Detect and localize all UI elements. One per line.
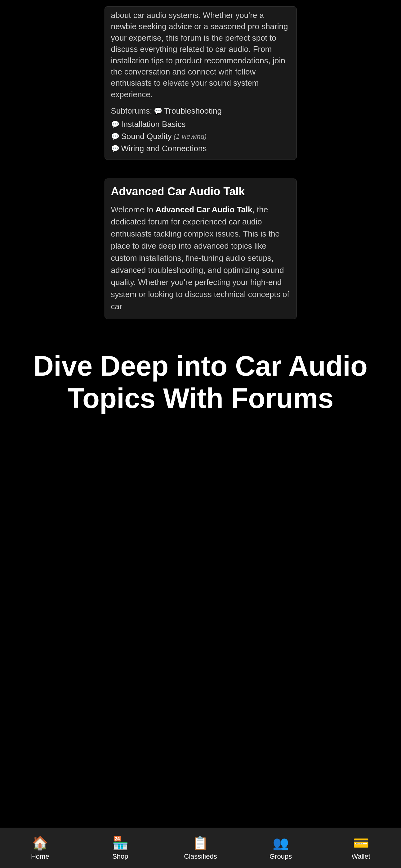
subforum-link-installation[interactable]: Installation Basics	[121, 120, 186, 129]
subforum-icon-0: 💬	[154, 107, 162, 115]
nav-label-wallet: Wallet	[352, 852, 370, 861]
subforums-section: Subforums: 💬 Troubleshooting 💬 Installat…	[111, 106, 290, 153]
subforums-first-row: Subforums: 💬 Troubleshooting	[111, 106, 290, 116]
nav-label-groups: Groups	[269, 852, 292, 861]
shop-icon: 🏪	[112, 835, 128, 850]
subforums-label: Subforums:	[111, 106, 152, 116]
bottom-forum-card: Advanced Car Audio Talk Welcome to Advan…	[104, 179, 297, 319]
subforum-row-2: 💬 Sound Quality (1 viewing)	[111, 132, 290, 141]
bottom-forum-description: Welcome to Advanced Car Audio Talk, the …	[111, 204, 290, 313]
nav-item-classifieds[interactable]: 📋 Classifieds	[160, 835, 241, 861]
wallet-icon: 💳	[353, 835, 369, 850]
bottom-nav-bar: 🏠 Home 🏪 Shop 📋 Classifieds 👥 Groups 💳 W…	[0, 828, 401, 868]
subforum-row-3: 💬 Wiring and Connections	[111, 144, 290, 153]
subforum-link-sound-quality[interactable]: Sound Quality	[121, 132, 172, 141]
nav-label-shop: Shop	[112, 852, 128, 861]
subforum-icon-3: 💬	[111, 145, 120, 153]
desc-bold: Advanced Car Audio Talk	[156, 205, 253, 214]
nav-item-groups[interactable]: 👥 Groups	[241, 835, 321, 861]
nav-item-home[interactable]: 🏠 Home	[0, 835, 80, 861]
subforum-viewing-badge: (1 viewing)	[174, 132, 206, 141]
subforum-icon-1: 💬	[111, 120, 120, 128]
bottom-forum-title: Advanced Car Audio Talk	[111, 185, 290, 198]
desc-start: Welcome to	[111, 205, 156, 214]
subforum-link-troubleshooting[interactable]: Troubleshooting	[164, 106, 222, 116]
nav-label-classifieds: Classifieds	[184, 852, 217, 861]
top-forum-card: about car audio systems. Whether you're …	[104, 6, 297, 160]
nav-item-shop[interactable]: 🏪 Shop	[80, 835, 161, 861]
subforum-link-wiring[interactable]: Wiring and Connections	[121, 144, 207, 153]
subforum-icon-2: 💬	[111, 132, 120, 141]
nav-item-wallet[interactable]: 💳 Wallet	[321, 835, 401, 861]
home-icon: 🏠	[32, 835, 48, 850]
headline-section: Dive Deep into Car Audio Topics With For…	[0, 326, 401, 476]
desc-end: , the dedicated forum for experienced ca…	[111, 205, 289, 311]
top-forum-description: about car audio systems. Whether you're …	[111, 6, 290, 106]
headline-text: Dive Deep into Car Audio Topics With For…	[19, 350, 382, 414]
classifieds-icon: 📋	[192, 835, 208, 850]
nav-label-home: Home	[31, 852, 49, 861]
groups-icon: 👥	[273, 835, 289, 850]
subforum-row-1: 💬 Installation Basics	[111, 120, 290, 129]
